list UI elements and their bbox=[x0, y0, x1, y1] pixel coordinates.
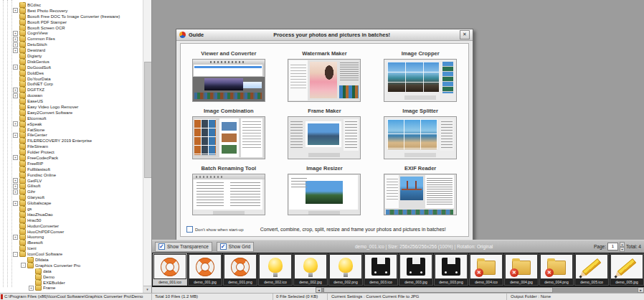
tree-item-dgftxz[interactable]: +DGFTXZ bbox=[0, 87, 143, 93]
tree-item-diskgenius[interactable]: DiskGenius bbox=[0, 59, 143, 65]
thumbnail-demo-005-jpg[interactable]: demo_005.jpg bbox=[610, 253, 644, 286]
tree-item-ibeesoft[interactable]: iBeesoft bbox=[0, 240, 143, 245]
tree-item-gs[interactable]: gs bbox=[0, 206, 143, 212]
tree-item-getflv[interactable]: +GetFLV bbox=[0, 178, 143, 184]
thumbnail-demo-003-jpg[interactable]: demo_003.jpg bbox=[399, 253, 433, 286]
feature-image-combination[interactable]: Image Combination bbox=[181, 108, 277, 165]
expand-icon[interactable]: + bbox=[13, 88, 18, 93]
expand-icon[interactable]: + bbox=[13, 235, 18, 240]
tree-item-iconcool-software[interactable]: -IconCool Software bbox=[0, 251, 143, 257]
thumbnail-demo-002-jpg[interactable]: demo_002.jpg bbox=[293, 253, 328, 286]
tree-item-dlldata[interactable]: Dlldata bbox=[0, 257, 143, 263]
page-input[interactable]: 1 bbox=[607, 243, 618, 250]
tree-item-duowan[interactable]: +duowan bbox=[0, 93, 143, 98]
feature-image-splitter[interactable]: Image Splitter bbox=[372, 108, 468, 165]
tree-item-iceni[interactable]: Iceni bbox=[0, 245, 143, 251]
close-icon[interactable]: ✕ bbox=[460, 30, 470, 39]
feature-watermark-maker[interactable]: Watermark Maker bbox=[277, 50, 373, 108]
tree-item-huochipdfconver[interactable]: HuoChiPDFConver bbox=[0, 229, 143, 235]
feature-viewer-converter[interactable]: Viewer and Converter bbox=[181, 50, 277, 108]
tree-item-easy2convert-software[interactable]: Easy2Convert Software bbox=[0, 110, 143, 116]
thumbnail-horizontal-scrollbar[interactable]: ◂ ▸ bbox=[316, 287, 644, 293]
tree-item-filecenter[interactable]: +FileCenter bbox=[0, 132, 143, 138]
tree-item-fundisc-online[interactable]: Fundisc Online bbox=[0, 172, 143, 178]
page-spinner[interactable]: ▴ ▾ bbox=[620, 242, 625, 252]
feature-exif-reader[interactable]: EXIF Reader bbox=[372, 165, 468, 215]
tree-item-glarysoft[interactable]: Glarysoft bbox=[0, 194, 143, 200]
thumbnail-demo-001-ico[interactable]: demo_001.ico bbox=[153, 253, 187, 286]
expand-icon[interactable]: + bbox=[13, 37, 18, 42]
thumbnail-demo-001-png[interactable]: demo_001.png bbox=[223, 253, 257, 286]
scrollbar-thumb[interactable] bbox=[323, 287, 553, 293]
tree-item-freerip[interactable]: FreeRIP bbox=[0, 161, 143, 167]
spinner-up-icon[interactable]: ▴ bbox=[620, 242, 625, 247]
tree-item-demo[interactable]: Demo bbox=[0, 274, 143, 280]
expand-icon[interactable]: + bbox=[13, 201, 18, 206]
tree-item-dogoodsoft[interactable]: +DoGoodSoft bbox=[0, 65, 143, 70]
tree-item-cogniview[interactable]: +CogniView bbox=[0, 30, 143, 36]
scroll-right-arrow-icon[interactable]: ▸ bbox=[638, 287, 644, 293]
tree-item-easy-video-logo-remover[interactable]: Easy Video Logo Remover bbox=[0, 104, 143, 110]
expand-icon[interactable]: + bbox=[13, 93, 18, 98]
thumbnail-demo-002-png[interactable]: demo_002.png bbox=[328, 253, 363, 286]
scroll-left-arrow-icon[interactable]: ◂ bbox=[316, 287, 322, 293]
show-transparence-checkbox[interactable]: Show Transparence bbox=[155, 242, 212, 252]
spinner-down-icon[interactable]: ▾ bbox=[620, 247, 625, 252]
tree-item-dotnet-corp[interactable]: DotNET Corp bbox=[0, 81, 143, 87]
tree-item-dolddes[interactable]: DoldDes bbox=[0, 70, 143, 76]
feature-image-cropper[interactable]: Image Cropper bbox=[372, 50, 468, 108]
tree-item-easeus[interactable]: EaseUS bbox=[0, 98, 143, 104]
tree-item-hrac50[interactable]: Hrac50 bbox=[0, 217, 143, 223]
tree-item-globalscape[interactable]: +Globalscape bbox=[0, 200, 143, 206]
tree-item-graphics-converter-pro[interactable]: -Graphics Converter Pro bbox=[0, 263, 143, 268]
expand-icon[interactable]: + bbox=[13, 133, 18, 138]
tree-item-dewizard[interactable]: +Dewizard bbox=[0, 47, 143, 53]
expand-icon[interactable]: + bbox=[13, 8, 18, 13]
tree-item-common-files[interactable]: +Common Files bbox=[0, 36, 143, 42]
thumbnail-demo-004-ico[interactable]: demo_004.ico bbox=[469, 253, 503, 286]
tree-scrollbar-thumb[interactable] bbox=[144, 62, 152, 178]
tree-item-filestream[interactable]: FileStream bbox=[0, 144, 143, 149]
feature-frame-maker[interactable]: Frame Maker bbox=[277, 108, 373, 165]
expand-icon[interactable]: + bbox=[13, 121, 18, 126]
expand-icon[interactable]: + bbox=[13, 178, 18, 183]
expand-icon[interactable]: + bbox=[13, 31, 18, 36]
thumbnail-demo-001-jpg[interactable]: demo_001.jpg bbox=[188, 253, 222, 286]
tree-item-elcomsoft[interactable]: Elcomsoft bbox=[0, 116, 143, 121]
tree-item-freecodecpack[interactable]: +FreeCodecPack bbox=[0, 155, 143, 161]
expand-icon[interactable]: + bbox=[13, 65, 18, 70]
tree-item-espeak[interactable]: +eSpeak bbox=[0, 121, 143, 127]
tree-item-boxoft-screen-ocr[interactable]: Boxoft Screen OCR bbox=[0, 25, 143, 31]
thumbnail-demo-004-png[interactable]: demo_004.png bbox=[539, 253, 574, 286]
tree-item-folder-protect[interactable]: Folder Protect bbox=[0, 149, 143, 155]
thumbnail-demo-004-jpg[interactable]: demo_004.jpg bbox=[504, 253, 539, 286]
dont-show-checkbox[interactable]: Don't show when start-up bbox=[186, 226, 244, 233]
tree-item-frame[interactable]: +Frame bbox=[0, 286, 143, 291]
expand-icon[interactable]: + bbox=[13, 42, 18, 47]
tree-vertical-scrollbar[interactable]: ▾ bbox=[143, 0, 151, 293]
tree-item-huorong[interactable]: +Huorong bbox=[0, 235, 143, 240]
expand-icon[interactable]: + bbox=[13, 189, 18, 194]
tree-item-bcdisc[interactable]: BCdisc bbox=[0, 2, 143, 8]
tree-item-boxoft-pdf-stamper[interactable]: Boxoft PDF Stamper bbox=[0, 19, 143, 25]
tree-item-gilisoft[interactable]: +Gilisoft bbox=[0, 184, 143, 189]
tree-item-data[interactable]: data bbox=[0, 268, 143, 274]
tree-item-boxoft-free-doc-to-image-converter-freeware[interactable]: Boxoft Free DOC To Image Converter (free… bbox=[0, 14, 143, 19]
thumbnail-demo-003-png[interactable]: demo_003.png bbox=[434, 253, 468, 286]
thumbnail-demo-002-ico[interactable]: demo_002.ico bbox=[258, 253, 293, 286]
tree-item-doyourdata[interactable]: DoYourData bbox=[0, 76, 143, 82]
tree-item-fullblastsoft[interactable]: Fullblastsoft bbox=[0, 167, 143, 172]
tree-item-hudunconverter[interactable]: HudunConverter bbox=[0, 223, 143, 229]
scroll-down-arrow-icon[interactable]: ▾ bbox=[143, 286, 151, 293]
tree-item-gihr[interactable]: +Gihr bbox=[0, 189, 143, 194]
expand-icon[interactable]: + bbox=[13, 155, 18, 160]
thumbnail-demo-005-ico[interactable]: demo_005.ico bbox=[574, 253, 609, 286]
feature-batch-renaming-tool[interactable]: Batch Renaming Tool bbox=[181, 165, 277, 215]
expand-icon[interactable]: + bbox=[13, 184, 18, 189]
collapse-icon[interactable]: - bbox=[21, 263, 26, 268]
feature-image-resizer[interactable]: Image Resizer bbox=[277, 165, 373, 215]
tree-item-filerecovery-2019-enterprise[interactable]: FILERECOVERY 2019 Enterprise bbox=[0, 138, 143, 144]
thumbnail-demo-003-ico[interactable]: demo_003.ico bbox=[364, 253, 398, 286]
show-grid-checkbox[interactable]: Show Grid bbox=[217, 242, 254, 252]
tree-item-haozhuadao[interactable]: HaoZhuaDao bbox=[0, 212, 143, 217]
